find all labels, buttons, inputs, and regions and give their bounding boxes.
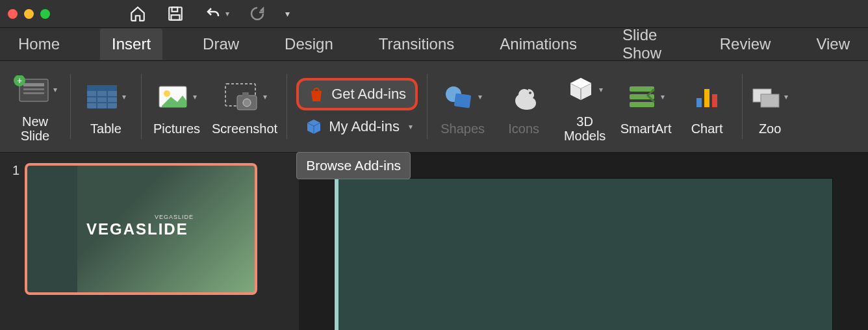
save-icon[interactable] — [167, 5, 184, 22]
chart-button[interactable]: Chart — [681, 77, 733, 136]
svg-rect-1 — [172, 7, 178, 12]
home-icon[interactable] — [128, 5, 147, 22]
svg-rect-6 — [23, 92, 44, 94]
tab-review[interactable]: Review — [715, 32, 776, 56]
svg-rect-27 — [696, 98, 702, 107]
svg-text:+: + — [17, 75, 22, 86]
svg-point-16 — [164, 90, 170, 97]
zoom-window-button[interactable] — [40, 9, 50, 19]
separator — [141, 74, 142, 139]
workspace: 1 VEGASLIDE VEGASLIDE — [0, 153, 868, 330]
chevron-down-icon: ▾ — [784, 92, 788, 101]
zoom-icon — [752, 84, 780, 110]
my-addins-label: My Add-ins — [329, 118, 400, 135]
svg-rect-29 — [712, 94, 717, 107]
svg-rect-24 — [630, 86, 654, 92]
zoom-label: Zoo — [759, 121, 781, 136]
shapes-button[interactable]: ▾ Shapes — [437, 77, 489, 136]
shapes-icon — [443, 82, 474, 111]
svg-point-23 — [529, 92, 531, 94]
close-window-button[interactable] — [8, 9, 18, 19]
smartart-button[interactable]: ▾ SmartArt — [620, 77, 672, 136]
svg-rect-31 — [761, 94, 779, 107]
3d-models-label: 3D Models — [564, 114, 606, 143]
shopping-bag-icon — [308, 86, 325, 103]
chevron-down-icon: ▾ — [661, 92, 665, 101]
svg-rect-28 — [704, 89, 709, 107]
zoom-button[interactable]: ▾ Zoo — [752, 77, 788, 136]
my-addins-button[interactable]: My Add-ins ▾ Browse Add-ins — [296, 118, 418, 135]
pictures-label: Pictures — [153, 121, 200, 136]
screenshot-button[interactable]: ▾ Screenshot — [212, 77, 277, 136]
chevron-down-icon: ▾ — [122, 92, 126, 101]
cube-icon — [305, 118, 322, 135]
screenshot-icon — [223, 81, 259, 112]
chevron-down-icon: ▾ — [599, 85, 603, 94]
customize-qat-icon[interactable]: ▾ — [285, 8, 290, 19]
tab-draw[interactable]: Draw — [198, 32, 244, 56]
chevron-down-icon: ▾ — [193, 92, 197, 101]
chart-icon — [694, 84, 720, 110]
tab-animations[interactable]: Animations — [494, 32, 582, 56]
tab-design[interactable]: Design — [279, 32, 338, 56]
svg-rect-10 — [87, 85, 117, 91]
svg-rect-22 — [454, 93, 472, 108]
pictures-button[interactable]: ▾ Pictures — [151, 77, 203, 136]
cube3d-icon — [567, 75, 595, 104]
chart-label: Chart — [691, 121, 723, 136]
undo-icon[interactable]: ▾ — [203, 6, 229, 21]
svg-rect-2 — [172, 15, 180, 20]
tab-insert[interactable]: Insert — [100, 29, 162, 60]
separator — [742, 74, 743, 139]
tab-transitions[interactable]: Transitions — [374, 32, 459, 56]
quick-access-toolbar: ▾ ▾ — [128, 5, 290, 22]
slide-thumbnail-1[interactable]: VEGASLIDE VEGASLIDE — [25, 163, 257, 295]
menu-bar: Home Insert Draw Design Transitions Anim… — [0, 28, 868, 61]
separator — [427, 74, 428, 139]
shapes-label: Shapes — [440, 121, 485, 136]
ribbon-insert: + ▾ New Slide ▾ Table ▾ Pictures ▾ Scree… — [0, 61, 868, 153]
titlebar: ▾ ▾ — [0, 0, 868, 28]
chevron-down-icon: ▾ — [225, 9, 229, 18]
svg-rect-4 — [23, 83, 44, 86]
separator — [287, 74, 287, 139]
get-addins-button[interactable]: Get Add-ins — [296, 78, 418, 110]
get-addins-label: Get Add-ins — [331, 86, 406, 103]
tab-home[interactable]: Home — [13, 32, 65, 56]
icons-button[interactable]: Icons — [498, 77, 550, 136]
duck-icon — [509, 84, 539, 110]
svg-rect-5 — [23, 88, 44, 90]
screenshot-label: Screenshot — [212, 121, 277, 136]
slide-title: VEGASLIDE — [86, 220, 188, 238]
window-controls — [8, 9, 50, 19]
chevron-down-icon: ▾ — [53, 85, 57, 94]
addins-group: Get Add-ins My Add-ins ▾ Browse Add-ins — [296, 78, 418, 135]
new-slide-button[interactable]: + ▾ New Slide — [9, 70, 61, 143]
smartart-icon — [627, 84, 657, 110]
svg-rect-19 — [242, 92, 249, 96]
separator — [70, 74, 71, 139]
pictures-icon — [157, 82, 189, 111]
redo-icon[interactable] — [249, 6, 266, 21]
chevron-down-icon: ▾ — [409, 122, 413, 131]
3d-models-button[interactable]: ▾ 3D Models — [559, 70, 611, 143]
browse-addins-tooltip: Browse Add-ins — [296, 152, 411, 179]
table-label: Table — [90, 121, 121, 136]
tab-view[interactable]: View — [811, 32, 855, 56]
icons-label: Icons — [508, 121, 539, 136]
svg-point-20 — [243, 99, 251, 107]
chevron-down-icon: ▾ — [263, 92, 267, 101]
new-slide-icon: + — [13, 75, 49, 104]
slide-canvas[interactable] — [335, 179, 832, 330]
smartart-label: SmartArt — [620, 121, 672, 136]
table-button[interactable]: ▾ Table — [80, 77, 132, 136]
slide-number: 1 — [6, 163, 19, 322]
svg-rect-26 — [630, 102, 654, 107]
tab-slide-show[interactable]: Slide Show — [617, 23, 680, 65]
minimize-window-button[interactable] — [24, 9, 34, 19]
slide-thumbnail-panel: 1 VEGASLIDE VEGASLIDE — [0, 153, 299, 330]
new-slide-label: New Slide — [21, 114, 49, 143]
chevron-down-icon: ▾ — [478, 92, 482, 101]
table-icon — [86, 82, 118, 111]
